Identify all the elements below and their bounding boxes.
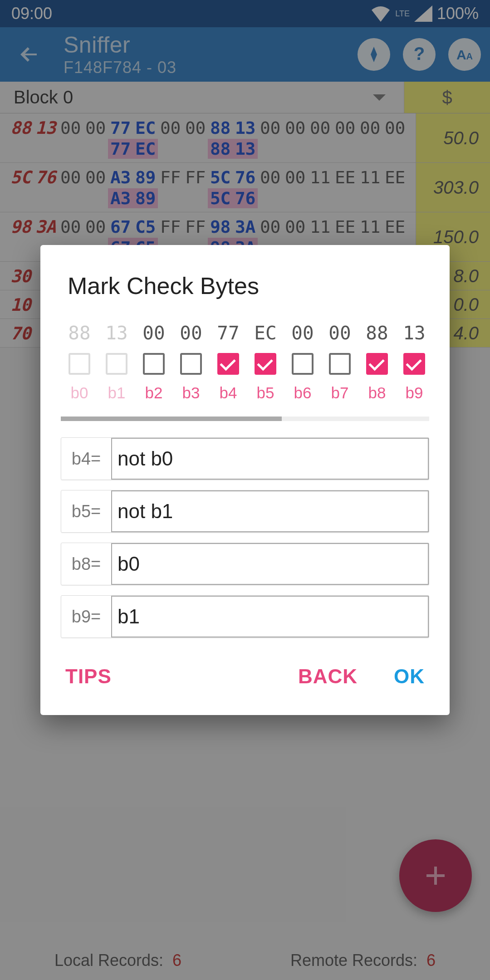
byte-hex: 13 [105, 322, 127, 344]
byte-strip[interactable]: 88b013b100b200b377b4ECb500b600b788b813b9 [40, 322, 450, 402]
byte-col-b7: 00b7 [321, 322, 358, 402]
expr-input[interactable]: not b1 [111, 490, 429, 532]
byte-checkbox-b7[interactable] [329, 353, 351, 375]
byte-label: b2 [145, 384, 163, 402]
byte-label: b0 [71, 384, 88, 402]
expression-list: b4=not b0b5=not b1b8=b0b9=b1 [40, 421, 450, 642]
byte-hex: 00 [142, 322, 165, 344]
expr-label: b4= [61, 438, 111, 480]
byte-label: b7 [331, 384, 349, 402]
expr-label: b5= [61, 490, 111, 532]
byte-checkbox-b4[interactable] [217, 353, 239, 375]
expr-input[interactable]: b1 [111, 596, 429, 637]
mark-check-bytes-dialog: Mark Check Bytes 88b013b100b200b377b4ECb… [40, 245, 450, 715]
byte-col-b3: 00b3 [172, 322, 210, 402]
expr-input[interactable]: not b0 [111, 438, 429, 480]
byte-checkbox-b0 [69, 353, 90, 375]
back-button-dialog[interactable]: BACK [298, 665, 358, 688]
byte-col-b9: 13b9 [396, 322, 433, 402]
byte-hex: 88 [68, 322, 90, 344]
byte-hex: EC [254, 322, 276, 344]
dialog-actions: TIPS BACK OK [40, 642, 450, 701]
byte-col-b4: 77b4 [210, 322, 247, 402]
byte-checkbox-b9[interactable] [403, 353, 425, 375]
byte-col-b0: 88b0 [61, 322, 98, 402]
byte-label: b5 [257, 384, 274, 402]
byte-checkbox-b6[interactable] [292, 353, 314, 375]
byte-col-b8: 88b8 [358, 322, 396, 402]
modal-overlay[interactable]: Mark Check Bytes 88b013b100b200b377b4ECb… [0, 0, 490, 980]
byte-col-b2: 00b2 [135, 322, 172, 402]
ok-button[interactable]: OK [394, 665, 425, 688]
expr-row: b4=not b0 [61, 437, 429, 480]
byte-label: b3 [182, 384, 200, 402]
byte-hex: 88 [366, 322, 388, 344]
byte-hex: 13 [403, 322, 425, 344]
byte-checkbox-b5[interactable] [255, 353, 276, 375]
byte-label: b8 [368, 384, 386, 402]
byte-label: b9 [406, 384, 423, 402]
byte-col-b6: 00b6 [284, 322, 321, 402]
byte-hex: 00 [328, 322, 351, 344]
expr-input[interactable]: b0 [111, 543, 429, 585]
byte-hex: 00 [291, 322, 314, 344]
byte-checkbox-b3[interactable] [180, 353, 202, 375]
byte-checkbox-b1 [106, 353, 127, 375]
byte-label: b1 [108, 384, 126, 402]
byte-checkbox-b2[interactable] [143, 353, 165, 375]
byte-hex: 77 [217, 322, 239, 344]
byte-checkbox-b8[interactable] [366, 353, 388, 375]
byte-label: b4 [220, 384, 237, 402]
expr-row: b5=not b1 [61, 490, 429, 533]
byte-label: b6 [294, 384, 312, 402]
dialog-title: Mark Check Bytes [40, 272, 450, 322]
byte-strip-scrollbar[interactable] [61, 416, 429, 421]
expr-row: b8=b0 [61, 543, 429, 585]
expr-row: b9=b1 [61, 595, 429, 638]
tips-button[interactable]: TIPS [65, 665, 112, 688]
expr-label: b8= [61, 543, 111, 585]
expr-label: b9= [61, 596, 111, 637]
byte-hex: 00 [180, 322, 202, 344]
byte-col-b1: 13b1 [98, 322, 135, 402]
byte-col-b5: ECb5 [247, 322, 284, 402]
